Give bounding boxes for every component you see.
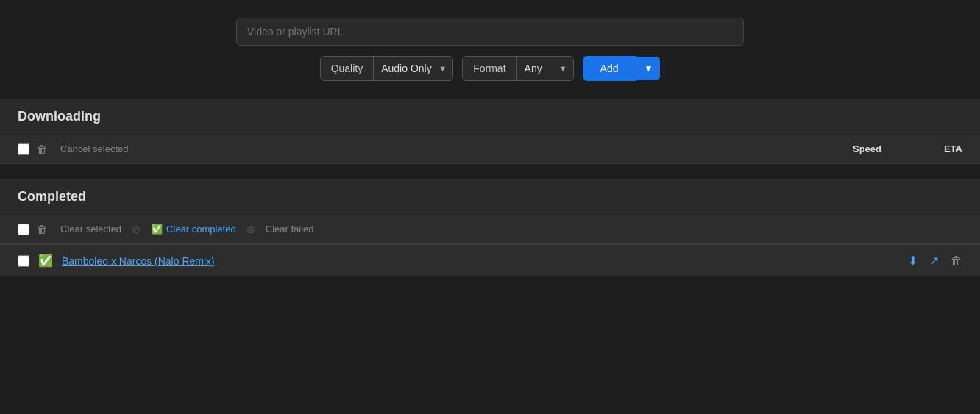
separator-1: ⊘ (132, 224, 141, 235)
downloading-section: Downloading 🗑 Cancel selected Speed ETA (0, 99, 980, 164)
add-dropdown-icon: ▼ (644, 63, 653, 74)
top-section: Quality Audio Only 360p 480p 720p 1080p … (0, 0, 980, 99)
add-button[interactable]: Add (583, 56, 637, 81)
clear-failed-button[interactable]: Clear failed (263, 222, 317, 236)
downloading-header: Downloading (0, 99, 980, 135)
format-label: Format (463, 57, 516, 80)
downloading-title: Downloading (18, 109, 101, 124)
clear-completed-label: Clear completed (166, 224, 236, 235)
format-group: Format Any mp3 mp4 webm ogg ▼ (462, 56, 573, 81)
eta-header: ETA (918, 143, 962, 154)
success-icon: ✅ (38, 254, 53, 268)
cancel-selected-button[interactable]: Cancel selected (57, 142, 132, 156)
completed-trash-icon[interactable]: 🗑 (37, 224, 47, 235)
item-actions: ⬇ ↗ 🗑 (908, 254, 962, 268)
downloading-divider (0, 163, 980, 164)
add-dropdown-button[interactable]: ▼ (636, 57, 660, 80)
item-title[interactable]: Bamboleo x Narcos (Nalo Remix) (62, 255, 215, 267)
clear-completed-button[interactable]: ✅ Clear completed (148, 222, 239, 236)
completed-title: Completed (18, 189, 86, 204)
completed-select-all-checkbox[interactable] (18, 224, 29, 235)
delete-icon[interactable]: 🗑 (951, 254, 962, 268)
url-input-wrapper (236, 18, 744, 46)
clear-failed-label: Clear failed (266, 224, 314, 235)
quality-group: Quality Audio Only 360p 480p 720p 1080p … (320, 56, 454, 81)
completed-header: Completed (0, 179, 980, 215)
external-link-icon[interactable]: ↗ (929, 254, 939, 268)
format-select[interactable]: Any mp3 mp4 webm ogg (517, 57, 573, 80)
item-checkbox[interactable] (18, 255, 29, 267)
downloading-toolbar: 🗑 Cancel selected Speed ETA (0, 135, 980, 163)
clear-completed-check-icon: ✅ (151, 224, 163, 235)
speed-header: Speed (852, 143, 911, 154)
controls-row: Quality Audio Only 360p 480p 720p 1080p … (320, 56, 661, 81)
format-select-wrapper: Any mp3 mp4 webm ogg ▼ (517, 57, 573, 80)
completed-section: Completed 🗑 Clear selected ⊘ ✅ Clear com… (0, 179, 980, 276)
quality-label: Quality (321, 57, 374, 80)
clear-selected-button[interactable]: Clear selected (57, 222, 124, 236)
download-icon[interactable]: ⬇ (908, 254, 917, 268)
add-button-group: Add ▼ (583, 56, 661, 81)
downloading-trash-icon[interactable]: 🗑 (37, 143, 47, 155)
separator-2: ⊗ (246, 224, 255, 235)
quality-select[interactable]: Audio Only 360p 480p 720p 1080p Best (374, 57, 452, 80)
url-input[interactable] (236, 18, 744, 46)
list-item: ✅ Bamboleo x Narcos (Nalo Remix) ⬇ ↗ 🗑 (0, 244, 980, 276)
completed-toolbar: 🗑 Clear selected ⊘ ✅ Clear completed ⊗ C… (0, 215, 980, 243)
quality-select-wrapper: Audio Only 360p 480p 720p 1080p Best ▼ (374, 57, 452, 80)
downloading-select-all-checkbox[interactable] (18, 143, 29, 155)
